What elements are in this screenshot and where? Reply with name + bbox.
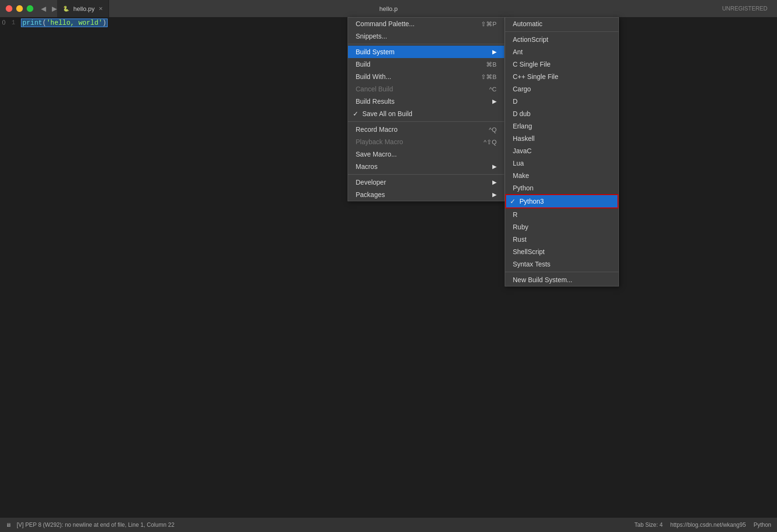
build-item-python[interactable]: Python (505, 182, 618, 194)
build-label-rust: Rust (513, 236, 527, 243)
build-separator-1 (505, 31, 618, 32)
menu-item-record-macro[interactable]: Record Macro ^Q (348, 123, 504, 136)
menu-label-snippets: Snippets... (356, 32, 387, 40)
build-item-new-build-system[interactable]: New Build System... (505, 274, 618, 286)
build-label-c-single-file: C Single File (513, 60, 550, 68)
build-item-cargo[interactable]: Cargo (505, 83, 618, 95)
menu-separator-3 (348, 174, 504, 175)
minimize-button[interactable] (16, 5, 23, 12)
shortcut-build: ⌘B (486, 61, 497, 68)
menu-separator-1 (348, 44, 504, 44)
close-button[interactable] (6, 5, 12, 12)
build-label-actionscript: ActionScript (513, 36, 548, 43)
build-label-d: D (513, 98, 518, 105)
build-label-python: Python (513, 184, 534, 192)
build-item-erlang[interactable]: Erlang (505, 120, 618, 132)
menu-label-save-all-on-build: Save All on Build (362, 110, 412, 118)
build-item-d[interactable]: D (505, 95, 618, 108)
menu-item-build-results[interactable]: Build Results ▶ (348, 95, 504, 108)
menu-item-snippets[interactable]: Snippets... (348, 30, 504, 42)
build-item-shellscript[interactable]: ShellScript (505, 246, 618, 258)
status-left: 🖥 [V] PEP 8 (W292): no newline at end of… (6, 522, 174, 528)
nav-arrows: ◀ ▶ (39, 4, 59, 13)
code-content: print('hello, world') (21, 19, 108, 27)
menu-item-command-palette[interactable]: Command Palette... ⇧⌘P (348, 18, 504, 30)
submenu-arrow-build-system: ▶ (492, 49, 497, 55)
checkmark-save-all: ✓ (353, 110, 359, 118)
menu-item-cancel-build: Cancel Build ^C (348, 83, 504, 95)
build-item-c-single-file[interactable]: C Single File (505, 58, 618, 70)
build-item-actionscript[interactable]: ActionScript (505, 33, 618, 46)
build-label-cargo: Cargo (513, 85, 531, 93)
menu-label-build-results: Build Results (356, 98, 395, 105)
build-system-submenu: Automatic ActionScript Ant C Single File… (505, 17, 619, 286)
shortcut-record-macro: ^Q (489, 126, 497, 133)
tools-menu: Command Palette... ⇧⌘P Snippets... Build… (348, 17, 505, 201)
tab-size-label[interactable]: Tab Size: 4 (634, 522, 662, 528)
build-label-r: R (513, 211, 518, 218)
submenu-arrow-build-results: ▶ (492, 98, 497, 105)
menu-label-save-macro: Save Macro... (356, 150, 397, 158)
build-item-ant[interactable]: Ant (505, 46, 618, 58)
menu-label-build: Build (356, 60, 370, 68)
menu-label-record-macro: Record Macro (356, 126, 398, 133)
menu-item-save-macro[interactable]: Save Macro... (348, 148, 504, 160)
build-item-python3[interactable]: ✓ Python3 (505, 194, 618, 208)
build-item-syntax-tests[interactable]: Syntax Tests (505, 258, 618, 270)
menu-item-playback-macro: Playback Macro ^⇧Q (348, 136, 504, 148)
tab-bar: 🐍 hello.py ✕ (57, 0, 109, 17)
shortcut-command-palette: ⇧⌘P (481, 20, 497, 28)
editor-area: () 1 print('hello, world') (0, 17, 333, 518)
shortcut-playback-macro: ^⇧Q (484, 138, 497, 146)
maximize-button[interactable] (27, 5, 33, 12)
menu-label-packages: Packages (356, 191, 385, 198)
language-label[interactable]: Python (754, 522, 771, 528)
build-item-ruby[interactable]: Ruby (505, 221, 618, 233)
menu-item-build[interactable]: Build ⌘B (348, 58, 504, 70)
menu-item-save-all-on-build[interactable]: ✓ Save All on Build (348, 108, 504, 120)
code-function: print (22, 19, 42, 27)
build-item-cpp-single-file[interactable]: C++ Single File (505, 70, 618, 83)
build-label-cpp-single-file: C++ Single File (513, 73, 558, 80)
build-item-r[interactable]: R (505, 208, 618, 221)
status-message: [V] PEP 8 (W292): no newline at end of f… (17, 522, 174, 528)
build-label-automatic: Automatic (513, 20, 542, 28)
shortcut-build-with: ⇧⌘B (481, 73, 497, 80)
menu-item-developer[interactable]: Developer ▶ (348, 176, 504, 188)
build-item-rust[interactable]: Rust (505, 233, 618, 246)
menu-label-build-system: Build System (356, 48, 395, 56)
menu-item-build-with[interactable]: Build With... ⇧⌘B (348, 70, 504, 83)
build-item-haskell[interactable]: Haskell (505, 132, 618, 145)
build-item-make[interactable]: Make (505, 169, 618, 182)
tab-close-button[interactable]: ✕ (99, 6, 103, 12)
build-item-lua[interactable]: Lua (505, 157, 618, 169)
menu-label-build-with: Build With... (356, 73, 391, 80)
tab-label: hello.py (73, 5, 95, 12)
titlebar: ◀ ▶ 🐍 hello.py ✕ hello.p UNREGISTERED (0, 0, 777, 17)
build-label-shellscript: ShellScript (513, 248, 545, 256)
build-label-python3: Python3 (519, 197, 544, 205)
menu-item-packages[interactable]: Packages ▶ (348, 188, 504, 201)
code-paren-close: ) (102, 19, 106, 27)
checkmark-python3: ✓ (510, 197, 516, 205)
build-label-syntax-tests: Syntax Tests (513, 260, 550, 268)
menu-item-build-system[interactable]: Build System ▶ (348, 46, 504, 58)
code-string: 'hello, world' (46, 19, 102, 27)
build-label-ant: Ant (513, 48, 523, 56)
build-label-haskell: Haskell (513, 135, 535, 142)
menu-label-macros: Macros (356, 163, 378, 170)
shortcut-cancel-build: ^C (489, 86, 497, 93)
menu-item-macros[interactable]: Macros ▶ (348, 160, 504, 173)
file-tab[interactable]: 🐍 hello.py ✕ (57, 0, 109, 17)
build-item-automatic[interactable]: Automatic (505, 18, 618, 30)
build-item-d-dub[interactable]: D dub (505, 108, 618, 120)
back-arrow[interactable]: ◀ (39, 4, 48, 13)
build-label-erlang: Erlang (513, 122, 532, 130)
menu-label-developer: Developer (356, 178, 386, 186)
build-separator-2 (505, 272, 618, 272)
build-item-javac[interactable]: JavaC (505, 145, 618, 157)
file-icon: 🐍 (63, 6, 70, 12)
menu-separator-2 (348, 121, 504, 122)
submenu-arrow-packages: ▶ (492, 191, 497, 198)
status-url[interactable]: https://blog.csdn.net/wkang95 (670, 522, 746, 528)
